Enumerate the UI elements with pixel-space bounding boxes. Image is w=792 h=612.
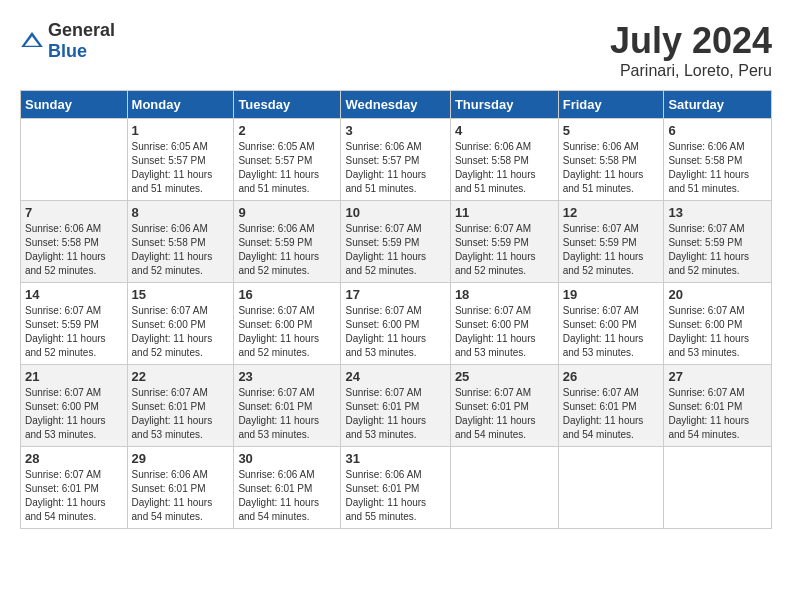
page-header: General Blue July 2024 Parinari, Loreto,…	[20, 20, 772, 80]
cell-info: Sunrise: 6:06 AMSunset: 6:01 PMDaylight:…	[132, 468, 230, 524]
calendar-header-wednesday: Wednesday	[341, 91, 450, 119]
calendar-header-sunday: Sunday	[21, 91, 128, 119]
calendar-header-tuesday: Tuesday	[234, 91, 341, 119]
day-number: 29	[132, 451, 230, 466]
day-number: 21	[25, 369, 123, 384]
cell-info: Sunrise: 6:07 AMSunset: 5:59 PMDaylight:…	[345, 222, 445, 278]
calendar-week-row-1: 1Sunrise: 6:05 AMSunset: 5:57 PMDaylight…	[21, 119, 772, 201]
calendar-cell: 7Sunrise: 6:06 AMSunset: 5:58 PMDaylight…	[21, 201, 128, 283]
calendar-cell: 31Sunrise: 6:06 AMSunset: 6:01 PMDayligh…	[341, 447, 450, 529]
day-number: 16	[238, 287, 336, 302]
day-number: 25	[455, 369, 554, 384]
day-number: 12	[563, 205, 660, 220]
calendar-cell: 28Sunrise: 6:07 AMSunset: 6:01 PMDayligh…	[21, 447, 128, 529]
calendar-cell: 10Sunrise: 6:07 AMSunset: 5:59 PMDayligh…	[341, 201, 450, 283]
calendar-week-row-5: 28Sunrise: 6:07 AMSunset: 6:01 PMDayligh…	[21, 447, 772, 529]
calendar-cell: 6Sunrise: 6:06 AMSunset: 5:58 PMDaylight…	[664, 119, 772, 201]
day-number: 22	[132, 369, 230, 384]
cell-info: Sunrise: 6:06 AMSunset: 5:58 PMDaylight:…	[25, 222, 123, 278]
cell-info: Sunrise: 6:06 AMSunset: 5:58 PMDaylight:…	[132, 222, 230, 278]
day-number: 30	[238, 451, 336, 466]
calendar-cell: 13Sunrise: 6:07 AMSunset: 5:59 PMDayligh…	[664, 201, 772, 283]
calendar-cell: 4Sunrise: 6:06 AMSunset: 5:58 PMDaylight…	[450, 119, 558, 201]
calendar-cell	[21, 119, 128, 201]
cell-info: Sunrise: 6:06 AMSunset: 5:59 PMDaylight:…	[238, 222, 336, 278]
calendar-cell	[664, 447, 772, 529]
calendar-cell: 2Sunrise: 6:05 AMSunset: 5:57 PMDaylight…	[234, 119, 341, 201]
month-title: July 2024	[610, 20, 772, 62]
calendar-cell: 26Sunrise: 6:07 AMSunset: 6:01 PMDayligh…	[558, 365, 664, 447]
day-number: 20	[668, 287, 767, 302]
logo: General Blue	[20, 20, 115, 62]
day-number: 19	[563, 287, 660, 302]
cell-info: Sunrise: 6:07 AMSunset: 6:00 PMDaylight:…	[563, 304, 660, 360]
cell-info: Sunrise: 6:07 AMSunset: 6:01 PMDaylight:…	[238, 386, 336, 442]
cell-info: Sunrise: 6:07 AMSunset: 6:00 PMDaylight:…	[238, 304, 336, 360]
day-number: 3	[345, 123, 445, 138]
logo-general-text: General	[48, 20, 115, 41]
calendar-cell: 17Sunrise: 6:07 AMSunset: 6:00 PMDayligh…	[341, 283, 450, 365]
cell-info: Sunrise: 6:07 AMSunset: 6:01 PMDaylight:…	[563, 386, 660, 442]
day-number: 10	[345, 205, 445, 220]
cell-info: Sunrise: 6:07 AMSunset: 6:00 PMDaylight:…	[132, 304, 230, 360]
calendar-cell: 19Sunrise: 6:07 AMSunset: 6:00 PMDayligh…	[558, 283, 664, 365]
cell-info: Sunrise: 6:07 AMSunset: 5:59 PMDaylight:…	[563, 222, 660, 278]
calendar-header-row: SundayMondayTuesdayWednesdayThursdayFrid…	[21, 91, 772, 119]
cell-info: Sunrise: 6:07 AMSunset: 6:00 PMDaylight:…	[455, 304, 554, 360]
day-number: 14	[25, 287, 123, 302]
day-number: 13	[668, 205, 767, 220]
cell-info: Sunrise: 6:07 AMSunset: 6:00 PMDaylight:…	[345, 304, 445, 360]
logo-icon	[20, 29, 44, 53]
cell-info: Sunrise: 6:06 AMSunset: 5:58 PMDaylight:…	[668, 140, 767, 196]
calendar-header-saturday: Saturday	[664, 91, 772, 119]
cell-info: Sunrise: 6:07 AMSunset: 5:59 PMDaylight:…	[25, 304, 123, 360]
calendar-cell: 8Sunrise: 6:06 AMSunset: 5:58 PMDaylight…	[127, 201, 234, 283]
calendar-cell: 21Sunrise: 6:07 AMSunset: 6:00 PMDayligh…	[21, 365, 128, 447]
cell-info: Sunrise: 6:06 AMSunset: 5:58 PMDaylight:…	[455, 140, 554, 196]
day-number: 7	[25, 205, 123, 220]
cell-info: Sunrise: 6:05 AMSunset: 5:57 PMDaylight:…	[238, 140, 336, 196]
day-number: 5	[563, 123, 660, 138]
calendar-cell: 24Sunrise: 6:07 AMSunset: 6:01 PMDayligh…	[341, 365, 450, 447]
cell-info: Sunrise: 6:07 AMSunset: 6:00 PMDaylight:…	[25, 386, 123, 442]
calendar-cell: 1Sunrise: 6:05 AMSunset: 5:57 PMDaylight…	[127, 119, 234, 201]
calendar-cell: 22Sunrise: 6:07 AMSunset: 6:01 PMDayligh…	[127, 365, 234, 447]
cell-info: Sunrise: 6:06 AMSunset: 5:58 PMDaylight:…	[563, 140, 660, 196]
day-number: 2	[238, 123, 336, 138]
day-number: 18	[455, 287, 554, 302]
day-number: 8	[132, 205, 230, 220]
cell-info: Sunrise: 6:07 AMSunset: 6:01 PMDaylight:…	[132, 386, 230, 442]
calendar-header-friday: Friday	[558, 91, 664, 119]
day-number: 1	[132, 123, 230, 138]
calendar-week-row-3: 14Sunrise: 6:07 AMSunset: 5:59 PMDayligh…	[21, 283, 772, 365]
calendar-cell	[558, 447, 664, 529]
location-text: Parinari, Loreto, Peru	[610, 62, 772, 80]
calendar-cell: 20Sunrise: 6:07 AMSunset: 6:00 PMDayligh…	[664, 283, 772, 365]
day-number: 11	[455, 205, 554, 220]
title-block: July 2024 Parinari, Loreto, Peru	[610, 20, 772, 80]
calendar-cell	[450, 447, 558, 529]
calendar-cell: 12Sunrise: 6:07 AMSunset: 5:59 PMDayligh…	[558, 201, 664, 283]
cell-info: Sunrise: 6:07 AMSunset: 6:01 PMDaylight:…	[345, 386, 445, 442]
calendar-cell: 27Sunrise: 6:07 AMSunset: 6:01 PMDayligh…	[664, 365, 772, 447]
calendar-cell: 16Sunrise: 6:07 AMSunset: 6:00 PMDayligh…	[234, 283, 341, 365]
cell-info: Sunrise: 6:07 AMSunset: 6:01 PMDaylight:…	[455, 386, 554, 442]
cell-info: Sunrise: 6:06 AMSunset: 6:01 PMDaylight:…	[345, 468, 445, 524]
day-number: 26	[563, 369, 660, 384]
cell-info: Sunrise: 6:07 AMSunset: 6:00 PMDaylight:…	[668, 304, 767, 360]
day-number: 24	[345, 369, 445, 384]
day-number: 15	[132, 287, 230, 302]
cell-info: Sunrise: 6:07 AMSunset: 5:59 PMDaylight:…	[455, 222, 554, 278]
cell-info: Sunrise: 6:05 AMSunset: 5:57 PMDaylight:…	[132, 140, 230, 196]
day-number: 27	[668, 369, 767, 384]
logo-text: General Blue	[48, 20, 115, 62]
day-number: 6	[668, 123, 767, 138]
logo-blue-text: Blue	[48, 41, 115, 62]
calendar-cell: 5Sunrise: 6:06 AMSunset: 5:58 PMDaylight…	[558, 119, 664, 201]
cell-info: Sunrise: 6:07 AMSunset: 5:59 PMDaylight:…	[668, 222, 767, 278]
calendar-cell: 3Sunrise: 6:06 AMSunset: 5:57 PMDaylight…	[341, 119, 450, 201]
calendar-cell: 14Sunrise: 6:07 AMSunset: 5:59 PMDayligh…	[21, 283, 128, 365]
day-number: 31	[345, 451, 445, 466]
day-number: 28	[25, 451, 123, 466]
calendar-table: SundayMondayTuesdayWednesdayThursdayFrid…	[20, 90, 772, 529]
